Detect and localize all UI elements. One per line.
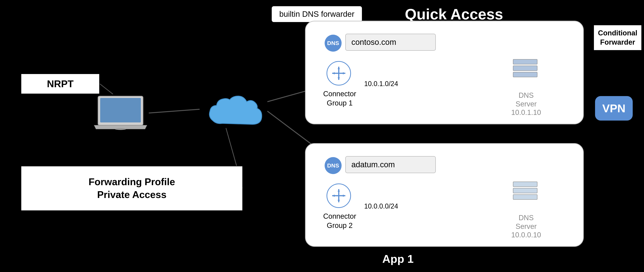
dns-server-top xyxy=(513,59,538,77)
quick-access-bottom-box: DNS adatum.com ConnectorGroup 2 10.0.0.0… xyxy=(305,143,584,247)
domain-input-bottom: adatum.com xyxy=(345,156,436,173)
conditional-forwarder-box: ConditionalForwarder xyxy=(593,24,642,51)
nrpt-box: NRPT xyxy=(21,74,100,94)
svg-marker-17 xyxy=(338,78,340,80)
connector-label-top: ConnectorGroup 1 xyxy=(321,89,358,108)
ip-label-top: 10.0.1.0/24 xyxy=(364,80,398,88)
dns-server-label-bottom: DNSServer10.0.0.10 xyxy=(506,214,547,240)
tooltip-text: builtin DNS forwarder xyxy=(279,10,354,18)
svg-marker-16 xyxy=(338,67,340,69)
forwarding-profile-label: Forwarding Profile Private Access xyxy=(88,176,175,201)
vpn-badge: VPN xyxy=(595,96,633,120)
conditional-forwarder-label: ConditionalForwarder xyxy=(598,28,638,47)
cloud-icon xyxy=(192,81,268,138)
connector-icon-bottom xyxy=(326,184,351,208)
forwarding-profile-box: Forwarding Profile Private Access xyxy=(21,166,243,211)
svg-marker-23 xyxy=(338,200,340,202)
svg-marker-24 xyxy=(332,194,334,197)
dns-server-label-top: DNSServer10.0.1.10 xyxy=(506,91,547,117)
quick-access-title: Quick Access xyxy=(405,6,503,23)
quick-access-top-box: DNS contoso.com ConnectorGroup 1 10.0.1.… xyxy=(305,21,584,124)
connector-label-bottom: ConnectorGroup 2 xyxy=(321,212,358,230)
connector-icon-top xyxy=(326,61,351,86)
app1-label: App 1 xyxy=(382,252,414,266)
svg-point-13 xyxy=(115,128,126,130)
nrpt-label: NRPT xyxy=(47,78,74,90)
dns-badge-bottom: DNS xyxy=(325,157,342,174)
svg-marker-18 xyxy=(332,72,334,74)
svg-rect-12 xyxy=(100,98,141,122)
dns-server-bottom xyxy=(513,182,538,200)
svg-marker-22 xyxy=(338,189,340,192)
tooltip-box: builtin DNS forwarder xyxy=(271,6,362,22)
dns-badge-top: DNS xyxy=(325,35,342,52)
domain-input-top: contoso.com xyxy=(345,34,436,51)
svg-marker-19 xyxy=(343,72,345,74)
ip-label-bottom: 10.0.0.0/24 xyxy=(364,202,398,210)
laptop-icon xyxy=(92,92,149,134)
svg-marker-25 xyxy=(343,194,345,197)
